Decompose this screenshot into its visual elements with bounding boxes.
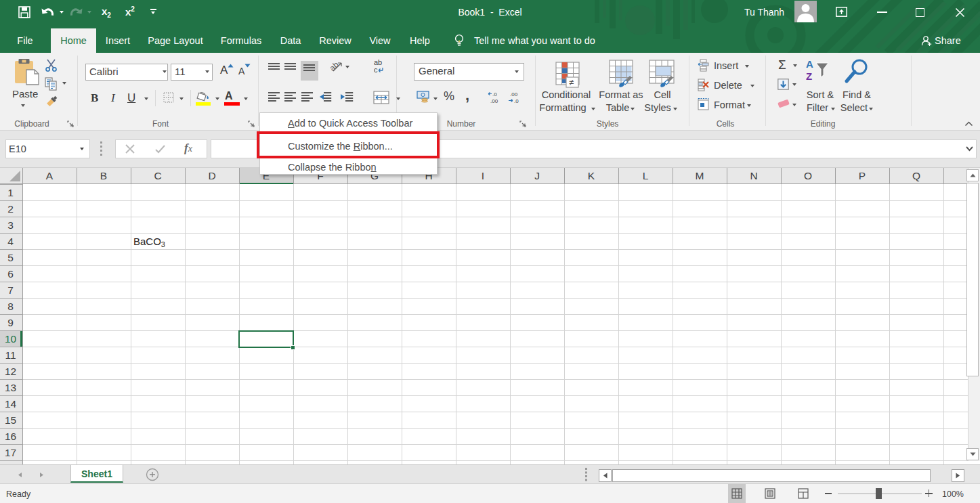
- svg-text:ab: ab: [331, 60, 341, 73]
- svg-text:.00: .00: [490, 98, 498, 104]
- svg-text:.0: .0: [514, 98, 519, 104]
- svg-text:c: c: [374, 66, 378, 74]
- svg-text:Z: Z: [806, 70, 812, 82]
- svg-text:.0: .0: [492, 91, 497, 97]
- svg-text:≠: ≠: [569, 77, 574, 87]
- svg-text:A: A: [806, 58, 813, 70]
- svg-text:.00: .00: [510, 91, 518, 97]
